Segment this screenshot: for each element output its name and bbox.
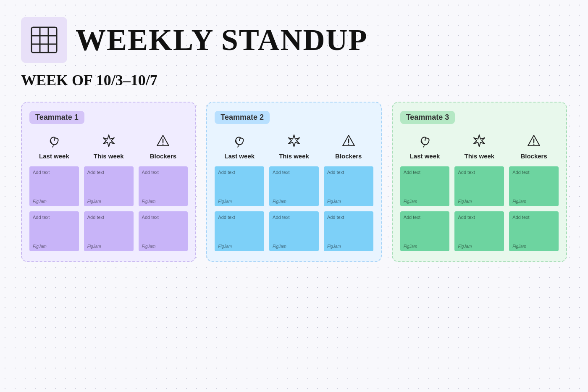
teammate-card-1: Teammate 1 Last week This week [21,102,196,262]
sticky-footer: FigJam [142,199,185,204]
sticky-add-text: Add text [404,215,446,220]
sticky-footer: FigJam [87,244,130,249]
sticky-note-1-6[interactable]: Add text FigJam [139,211,188,251]
svg-marker-11 [474,135,485,147]
sticky-footer: FigJam [218,199,261,204]
col-last-week-2: Last week [215,132,264,160]
sticky-add-text: Add text [273,170,315,175]
sticky-footer: FigJam [33,244,76,249]
sticky-footer: FigJam [458,244,501,249]
spiral-icon-3 [417,132,433,150]
sticky-add-text: Add text [33,215,76,220]
sticky-add-text: Add text [218,170,261,175]
sticky-note-3-4[interactable]: Add text FigJam [400,211,450,251]
teammate-card-3: Teammate 3 Last week This week [392,102,567,262]
sticky-note-1-4[interactable]: Add text FigJam [29,211,79,251]
sticky-note-3-2[interactable]: Add text FigJam [454,166,504,206]
teammate-badge-3: Teammate 3 [400,111,455,124]
sticky-note-1-5[interactable]: Add text FigJam [84,211,134,251]
burst-icon-3 [472,132,487,150]
col-this-week-1: This week [84,132,134,160]
sticky-add-text: Add text [218,215,261,220]
sticky-note-3-3[interactable]: Add text FigJam [509,166,559,206]
sticky-add-text: Add text [512,215,555,220]
svg-point-13 [533,144,535,145]
columns-header-3: Last week This week Bloc [400,132,559,160]
sticky-note-1-1[interactable]: Add text FigJam [29,166,79,206]
columns-header-2: Last week This week Bloc [215,132,373,160]
sticky-add-text: Add text [142,170,185,175]
col-label-this-week-3: This week [464,153,494,160]
sticky-note-2-3[interactable]: Add text FigJam [324,166,373,206]
col-last-week-3: Last week [400,132,450,160]
sticky-add-text: Add text [512,170,555,175]
header: WEEKLY STANDUP [21,17,567,63]
sticky-footer: FigJam [273,199,315,204]
sticky-footer: FigJam [33,199,76,204]
sticky-row-3-1: Add text FigJam Add text FigJam Add text… [400,166,559,206]
sticky-add-text: Add text [87,215,130,220]
sticky-row-2-1: Add text FigJam Add text FigJam Add text… [215,166,373,206]
svg-rect-0 [32,27,57,53]
svg-marker-8 [289,135,299,147]
teammate-card-2: Teammate 2 Last week This week [206,102,381,262]
col-this-week-2: This week [269,132,319,160]
sticky-footer: FigJam [273,244,315,249]
teammate-badge-1: Teammate 1 [29,111,84,124]
col-label-this-week-1: This week [94,153,124,160]
sticky-add-text: Add text [327,215,370,220]
warning-icon-2 [341,132,356,150]
sticky-rows-3: Add text FigJam Add text FigJam Add text… [400,166,559,251]
sticky-footer: FigJam [512,199,555,204]
col-blockers-3: Blockers [509,132,559,160]
sticky-footer: FigJam [512,244,555,249]
sticky-row-3-2: Add text FigJam Add text FigJam Add text… [400,211,559,251]
sticky-note-1-2[interactable]: Add text FigJam [84,166,134,206]
sticky-add-text: Add text [87,170,130,175]
sticky-add-text: Add text [142,215,185,220]
sticky-note-2-2[interactable]: Add text FigJam [269,166,319,206]
spiral-icon-2 [232,132,247,150]
sticky-note-2-5[interactable]: Add text FigJam [269,211,319,251]
table-icon [29,25,59,55]
col-label-last-week-3: Last week [410,153,440,160]
col-blockers-2: Blockers [324,132,373,160]
col-blockers-1: Blockers [139,132,188,160]
svg-marker-5 [103,135,114,147]
sticky-rows-1: Add text FigJam Add text FigJam Add text… [29,166,188,251]
warning-icon-3 [526,132,541,150]
sticky-footer: FigJam [218,244,261,249]
col-label-last-week-1: Last week [39,153,69,160]
sticky-add-text: Add text [404,170,446,175]
sticky-add-text: Add text [273,215,315,220]
col-this-week-3: This week [454,132,504,160]
sticky-add-text: Add text [458,215,501,220]
sticky-note-2-6[interactable]: Add text FigJam [324,211,373,251]
teammate-badge-2: Teammate 2 [215,111,270,124]
sticky-footer: FigJam [87,199,130,204]
logo-box [21,17,67,63]
burst-icon-1 [101,132,116,150]
sticky-footer: FigJam [404,199,446,204]
col-label-this-week-2: This week [279,153,309,160]
sticky-note-2-1[interactable]: Add text FigJam [215,166,264,206]
sticky-note-3-5[interactable]: Add text FigJam [454,211,504,251]
sticky-add-text: Add text [458,170,501,175]
sticky-footer: FigJam [327,199,370,204]
teammates-grid: Teammate 1 Last week This week [21,102,567,262]
sticky-note-3-6[interactable]: Add text FigJam [509,211,559,251]
sticky-footer: FigJam [404,244,446,249]
sticky-footer: FigJam [142,244,185,249]
burst-icon-2 [286,132,302,150]
col-last-week-1: Last week [29,132,79,160]
sticky-note-1-3[interactable]: Add text FigJam [139,166,188,206]
subtitle: WEEK OF 10/3–10/7 [21,71,567,89]
svg-point-10 [348,144,349,145]
title: WEEKLY STANDUP [76,25,368,55]
sticky-row-2-2: Add text FigJam Add text FigJam Add text… [215,211,373,251]
sticky-footer: FigJam [327,244,370,249]
sticky-note-3-1[interactable]: Add text FigJam [400,166,450,206]
sticky-note-2-4[interactable]: Add text FigJam [215,211,264,251]
sticky-rows-2: Add text FigJam Add text FigJam Add text… [215,166,373,251]
col-label-blockers-3: Blockers [520,153,547,160]
